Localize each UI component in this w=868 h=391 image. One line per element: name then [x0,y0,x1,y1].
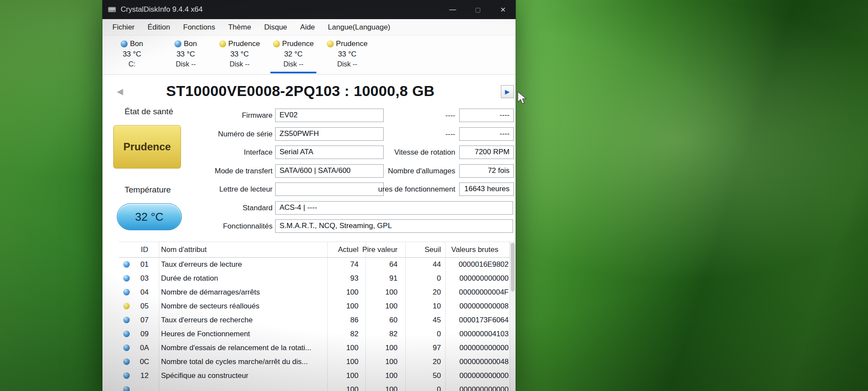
attribute-threshold: 45 [398,313,441,327]
attribute-health-icon [123,317,130,323]
disk-status-text: Bon [184,40,197,48]
attribute-threshold: 20 [398,285,441,299]
attribute-name: Nombre d'essais de relancement de la rot… [161,341,311,355]
menu-languelanguage[interactable]: Langue(Language) [322,20,397,35]
attribute-id: 07 [135,313,155,327]
attribute-health-icon [123,331,130,337]
attribute-id: 04 [135,285,155,299]
stat-field-value[interactable]: ---- [459,109,514,122]
attribute-worst: 60 [358,313,398,327]
attribute-id: 12 [135,369,155,383]
attribute-id: 03 [135,272,155,285]
attribute-raw: 000000000000 [441,272,509,285]
attribute-raw: 000000000048 [441,355,509,369]
attribute-raw: 000000000000 [441,341,509,355]
stat-field-label: ---- [345,129,455,139]
attribute-id: 05 [135,299,155,313]
attribute-health-icon [123,261,130,268]
attribute-name: Heures de Fonctionnement [161,327,250,341]
scrollbar-thumb[interactable] [511,243,515,292]
header-name: Nom d'attribut [161,242,207,257]
disk-label: C: [105,60,159,68]
minimize-button[interactable]: — [440,0,465,19]
stat-field-value[interactable]: ---- [459,127,514,141]
attribute-worst: 100 [358,341,398,355]
stat-field-value[interactable]: 16643 heures [459,182,514,196]
disk-entry-5[interactable]: Prudence33 °CDisk -- [320,36,374,74]
disk-status-text: Prudence [336,40,368,48]
attribute-current: 100 [319,383,358,391]
mouse-cursor-icon [516,91,529,108]
smart-attribute-row[interactable]: 03Durée de rotation93910000000000000 [119,272,510,285]
stat-field-value[interactable]: 72 fois [459,164,514,178]
smart-table-scrollbar[interactable] [510,242,516,391]
menu-dition[interactable]: Édition [141,20,177,35]
menu-thme[interactable]: Thème [222,20,258,35]
attribute-id: 0A [135,341,155,355]
attribute-health-icon [123,275,130,282]
smart-attribute-row[interactable]: 04Nombre de démarrages/arrêts10010020000… [119,285,510,299]
menu-disque[interactable]: Disque [258,20,294,35]
attribute-raw: 00000000004F [441,285,509,299]
smart-attribute-row[interactable]: 0ANombre d'essais de relancement de la r… [119,341,510,355]
smart-attribute-row[interactable]: 1001000000000000000 [119,383,510,391]
info-field-label: Firmware [155,111,273,120]
menu-fichier[interactable]: Fichier [106,20,141,35]
attribute-current: 100 [319,285,358,299]
info-field-label: Fonctionnalités [155,222,273,231]
attribute-threshold: 44 [398,258,441,272]
maximize-button[interactable]: ▢ [465,0,490,19]
attribute-worst: 100 [358,355,398,369]
disk-selector-strip: Bon33 °CC:Bon33 °CDisk --Prudence33 °CDi… [102,36,516,75]
smart-attribute-row[interactable]: 01Taux d'erreurs de lecture7464440000016… [119,258,510,272]
info-field-label: Standard [155,203,273,212]
disk-status-text: Prudence [282,40,314,48]
smart-attribute-row[interactable]: 0CNombre total de cycles marche/arrêt du… [119,355,510,369]
close-button[interactable]: ✕ [490,0,516,19]
attribute-name: Taux d'erreurs de lecture [161,258,242,272]
disk-entry-2[interactable]: Bon33 °CDisk -- [159,36,213,74]
attribute-health-icon [123,303,130,309]
info-field-label: Lettre de lecteur [155,185,273,194]
info-field-value[interactable]: ACS-4 | ---- [275,201,513,215]
attribute-threshold: 20 [398,355,441,369]
menu-aide[interactable]: Aide [294,20,322,35]
smart-attribute-row[interactable]: 05Nombre de secteurs réalloués1001001000… [119,299,510,313]
disk-status-text: Bon [130,40,143,48]
disk-health-icon [174,40,181,47]
stat-field-label: Vitesse de rotation [345,148,455,157]
desktop-wallpaper: CrystalDiskInfo 9.4.4 x64 — ▢ ✕ FichierÉ… [0,0,868,391]
disk-model-title: ST10000VE0008-2PQ103 : 10000,8 GB [102,83,498,99]
disk-temperature: 32 °C [266,50,320,59]
disk-entry-1[interactable]: Bon33 °CC: [105,36,159,74]
attribute-threshold: 97 [398,341,441,355]
attribute-threshold: 10 [398,299,441,313]
disk-label: Disk -- [213,60,266,68]
menu-fonctions[interactable]: Fonctions [177,20,222,35]
attribute-threshold: 0 [398,272,441,285]
smart-attribute-row[interactable]: 07Taux d'erreurs de recherche86604500001… [119,313,510,327]
attribute-health-icon [123,345,130,351]
smart-attribute-row[interactable]: 12Spécifique au constructeur100100500000… [119,369,510,383]
attribute-id: 01 [135,258,155,272]
attribute-id: 09 [135,327,155,341]
disk-health-icon [121,40,128,47]
disk-entry-4[interactable]: Prudence32 °CDisk -- [266,36,320,74]
titlebar[interactable]: CrystalDiskInfo 9.4.4 x64 — ▢ ✕ [102,0,516,19]
header-threshold: Seuil [398,242,441,257]
header-current: Actuel [319,242,358,257]
smart-attribute-row[interactable]: 09Heures de Fonctionnement82820000000004… [119,327,510,341]
attribute-current: 93 [319,272,358,285]
attribute-health-icon [123,358,130,365]
attribute-threshold: 50 [398,369,441,383]
disk-health-icon [219,40,226,47]
stat-field-value[interactable]: 7200 RPM [459,146,514,159]
info-field-value[interactable]: S.M.A.R.T., NCQ, Streaming, GPL [275,219,513,233]
disk-health-icon [327,40,334,47]
attribute-raw: 000000000000 [441,383,509,391]
disk-entry-3[interactable]: Prudence33 °CDisk -- [213,36,266,74]
disk-status-text: Prudence [228,40,260,48]
disk-label: Disk -- [266,60,320,68]
next-disk-arrow-button[interactable]: ▶ [501,85,514,98]
attribute-raw: 0000173F6064 [441,313,509,327]
